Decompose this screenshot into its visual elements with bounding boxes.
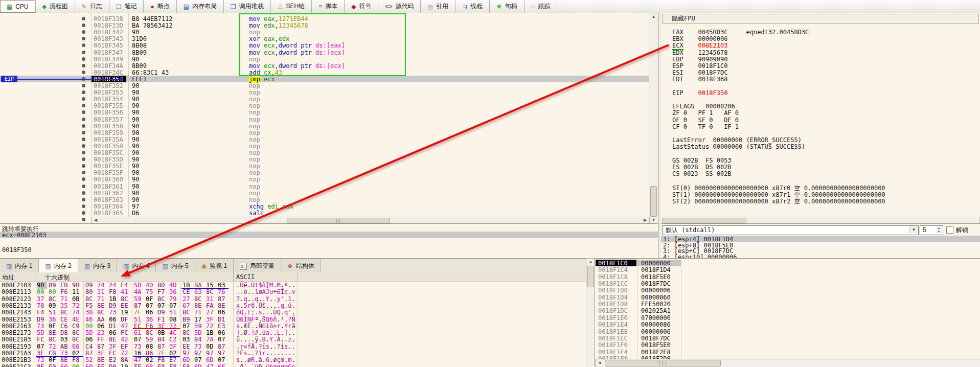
- dump-row[interactable]: 008E21130000F6118031F8414A75F736CE638C76…: [0, 288, 586, 295]
- breakpoint-dot-icon[interactable]: [82, 211, 85, 215]
- tab-memory-map[interactable]: ▤内存布局: [177, 0, 224, 13]
- disasm-row[interactable]: 0018F36190nop: [0, 183, 649, 190]
- breakpoint-dot-icon[interactable]: [82, 104, 85, 107]
- dump-row[interactable]: 008E21735D8ED88C5D2306FC618C0B4C8C5D1B06…: [0, 329, 586, 336]
- dump-row[interactable]: 008E21B3730F8EF8528EE28A4702F8E76D076D07…: [0, 356, 586, 363]
- register-line[interactable]: EBX 00000006: [672, 35, 727, 42]
- register-line[interactable]: ES 002B DS 002B: [672, 164, 732, 171]
- register-line[interactable]: EBP 90909090: [672, 56, 727, 63]
- breakpoint-dot-icon[interactable]: [82, 110, 85, 114]
- register-line[interactable]: EIP 0018F350: [672, 89, 727, 97]
- disasm-horizontal-scrollbar[interactable]: ◀ ||| ▶: [91, 217, 650, 223]
- disasm-row[interactable]: 0018F35390nop: [0, 89, 649, 96]
- tab-memory-1[interactable]: ▥内存 1: [0, 259, 39, 273]
- tab-watch-1[interactable]: ◉监视 1: [195, 259, 234, 273]
- breakpoint-dot-icon[interactable]: [82, 157, 85, 161]
- disasm-row[interactable]: 0018F35490nop: [0, 96, 649, 102]
- disasm-row[interactable]: 0018F34290nop: [0, 29, 649, 35]
- breakpoint-dot-icon[interactable]: [82, 43, 85, 47]
- tab-source[interactable]: <>源代码: [378, 0, 421, 13]
- scroll-up-icon[interactable]: ▲: [586, 260, 595, 265]
- tab-memory-4[interactable]: ▥内存 4: [117, 259, 156, 273]
- scroll-down-icon[interactable]: ▼: [649, 218, 658, 223]
- register-line[interactable]: ST(2) 00000000000000000000 x87r2 空 0.000…: [672, 197, 885, 206]
- tab-threads[interactable]: ⇉线程: [455, 0, 490, 13]
- breakpoint-dot-icon[interactable]: [82, 30, 85, 34]
- register-line[interactable]: LastStatus 00000000 (STATUS_SUCCESS): [672, 143, 805, 150]
- breakpoint-dot-icon[interactable]: [82, 84, 85, 87]
- arg-count-stepper[interactable]: 5 ▲▼: [920, 225, 943, 235]
- stack-row[interactable]: 0018F1D400000060: [595, 294, 980, 301]
- memory-dump-pane[interactable]: 地址 十六进制 ASCII 008E210390D9EB9BD97424F45D…: [0, 272, 586, 367]
- disasm-row[interactable]: 0018F36290nop: [0, 190, 649, 196]
- breakpoint-dot-icon[interactable]: [82, 17, 85, 20]
- stack-row[interactable]: 0018F1E800000006: [595, 328, 980, 335]
- dump-row[interactable]: 008E21C38EF0600060FFD010FF68F8F8F86D476F…: [0, 363, 586, 367]
- disassembly-pane[interactable]: 0018F338B8 44EB7112mov eax,1271EB440018F…: [0, 13, 658, 223]
- breakpoint-dot-icon[interactable]: [82, 51, 85, 54]
- disasm-row[interactable]: 0018F36497xchg edi,eax: [0, 203, 649, 210]
- register-line[interactable]: EAX 0045BD3C eqnedt32.0045BD3C: [672, 29, 809, 36]
- breakpoint-dot-icon[interactable]: [82, 24, 85, 27]
- dump-row[interactable]: 008E2123378C710B8C711B8C590F8C79278C3187…: [0, 295, 586, 302]
- arg-row[interactable]: 1: [esp+4] 0018F1D4: [661, 236, 980, 242]
- tab-symbols[interactable]: ◆符号: [345, 0, 378, 13]
- stack-row[interactable]: 0018F1C000000000: [595, 260, 980, 266]
- disasm-row[interactable]: 0018F34A8B09mov ecx,dword ptr ds:[ecx]: [0, 62, 649, 69]
- register-line[interactable]: ESP 0018F1C0: [672, 62, 727, 70]
- tab-breakpoints[interactable]: ●断点: [144, 0, 176, 13]
- breakpoint-dot-icon[interactable]: [82, 124, 85, 128]
- arg-row[interactable]: 2: [esp+8] 0018F5E0: [661, 242, 980, 248]
- disasm-row[interactable]: 0018F338B8 44EB7112mov eax,1271EB44: [0, 15, 649, 22]
- breakpoint-dot-icon[interactable]: [82, 37, 85, 40]
- disasm-row[interactable]: 0018F35690nop: [0, 109, 649, 116]
- unlock-checkbox[interactable]: [946, 226, 953, 234]
- disasm-row[interactable]: 0018F35A90nop: [0, 136, 649, 143]
- breakpoint-dot-icon[interactable]: [82, 185, 85, 188]
- register-line[interactable]: ZF 0 PF 1 AF 0: [672, 109, 739, 117]
- register-line[interactable]: CS 0023 SS 002B: [672, 170, 732, 177]
- tab-memory-3[interactable]: ▥内存 3: [78, 259, 117, 273]
- scroll-right-icon[interactable]: ▶: [642, 218, 648, 223]
- disasm-row[interactable]: 0018F35C90nop: [0, 149, 649, 156]
- breakpoint-dot-icon[interactable]: [82, 204, 85, 208]
- disasm-row[interactable]: 0018F3458B08mov ecx,dword ptr ds:[eax]: [0, 42, 649, 49]
- disasm-row[interactable]: 0018F35590nop: [0, 102, 649, 109]
- dump-row[interactable]: 008E210390D9EB9BD97424F45D4D8D4D1BBA1503…: [0, 282, 586, 288]
- breakpoint-dot-icon[interactable]: [82, 131, 85, 134]
- breakpoint-dot-icon[interactable]: [82, 97, 85, 101]
- breakpoint-dot-icon[interactable]: [82, 191, 85, 195]
- tab-handles[interactable]: ❖句柄: [490, 0, 525, 13]
- tab-flowchart[interactable]: ♣流程图: [36, 0, 75, 13]
- breakpoint-dot-icon[interactable]: [82, 151, 85, 154]
- register-line[interactable]: EFLAGS 00000206: [672, 103, 735, 110]
- dump-row[interactable]: 008E21930772AB66C4873FEF7308873FEE730D87…: [0, 343, 586, 350]
- stack-row[interactable]: 0018F1E400000086: [595, 321, 980, 328]
- hide-fpu-button[interactable]: 隐藏FPU: [662, 14, 979, 24]
- disasm-row[interactable]: 0018F35790nop: [0, 116, 649, 123]
- tab-locals[interactable]: x=局部变量: [234, 259, 281, 273]
- tab-call-stack[interactable]: ❐调用堆栈: [224, 0, 271, 13]
- dump-row[interactable]: 008E21A33FCB7302873FEC7216867F0297979797…: [0, 350, 586, 356]
- dump-row[interactable]: 008E2183FC8C038C06FF8E42075984C203847A07…: [0, 336, 586, 342]
- register-line[interactable]: ESI 0018F7DC: [672, 69, 727, 76]
- calling-convention-select[interactable]: 默认 (stdcall) ▼: [662, 225, 919, 235]
- tab-references[interactable]: ◎引用: [421, 0, 455, 13]
- tab-script[interactable]: ≡脚本: [312, 0, 345, 13]
- disasm-row[interactable]: 0018F34990nop: [0, 56, 649, 62]
- stack-row[interactable]: 0018F1D8FFE50020: [595, 301, 980, 307]
- register-line[interactable]: ECX 008E2103: [672, 42, 727, 49]
- breakpoint-dot-icon[interactable]: [82, 171, 85, 174]
- tab-log[interactable]: ✎日志: [75, 0, 109, 13]
- breakpoint-dot-icon[interactable]: [82, 57, 85, 61]
- dump-row[interactable]: 008E2143F4518C743B8C73197F06D9518C712706…: [0, 309, 586, 315]
- disasm-row[interactable]: 0018F35F90nop: [0, 169, 649, 176]
- arg-row[interactable]: 3: [esp+C] 0018F7DC: [661, 247, 980, 254]
- register-line[interactable]: LastError 00000000 (ERROR_SUCCESS): [672, 136, 802, 144]
- breakpoint-dot-icon[interactable]: [82, 218, 85, 221]
- stack-row[interactable]: 0018F1C40018F1D4: [595, 266, 980, 273]
- stack-pane[interactable]: 0018F1C0000000000018F1C40018F1D40018F1C8…: [595, 258, 980, 367]
- dump-row[interactable]: 008E213378093572F58ED9EE87070707678EFA8E…: [0, 302, 586, 309]
- stack-row[interactable]: 0018F1CC0018F7DC: [595, 280, 980, 287]
- tab-seh-chain[interactable]: ⚠SEH链: [271, 0, 312, 13]
